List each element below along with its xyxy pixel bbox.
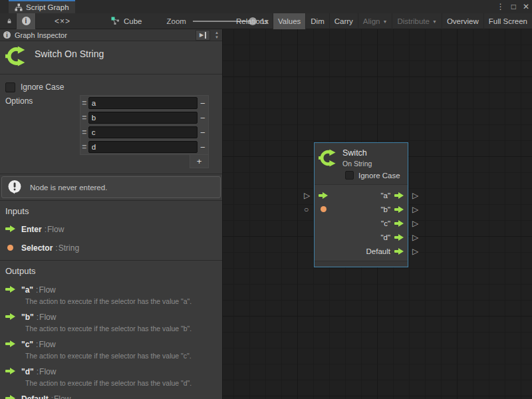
zoom-label: Zoom bbox=[167, 17, 186, 25]
output-item: "b":Flow The action to execute if the se… bbox=[5, 311, 217, 332]
node-footer bbox=[315, 261, 408, 266]
output-port-label: "c" bbox=[381, 219, 390, 227]
empty-flow-port-icon[interactable]: ▷ bbox=[412, 219, 418, 227]
option-value-input[interactable] bbox=[88, 97, 198, 109]
code-view-button[interactable]: <×> bbox=[44, 13, 81, 29]
dock-inspector-button[interactable]: ▶ bbox=[196, 30, 210, 41]
flow-port-icon bbox=[5, 368, 15, 375]
output-port-icon[interactable] bbox=[394, 192, 404, 199]
menu-icon[interactable]: ⋮ bbox=[497, 0, 505, 13]
remove-option-button[interactable]: − bbox=[198, 113, 208, 123]
output-port-icon[interactable] bbox=[394, 220, 404, 227]
graph-target-button[interactable]: Cube bbox=[106, 13, 147, 29]
empty-flow-port-icon[interactable]: ▷ bbox=[412, 247, 418, 255]
lock-button[interactable] bbox=[3, 13, 16, 29]
dim-button[interactable]: Dim bbox=[305, 13, 329, 29]
warning-text: Node is never entered. bbox=[30, 184, 107, 192]
panel-scroll-arrows: ▲ ▼ bbox=[211, 31, 222, 40]
relations-button[interactable]: Relations bbox=[231, 13, 273, 29]
string-port-icon bbox=[7, 245, 13, 251]
output-description: The action to execute if the selector ha… bbox=[25, 352, 217, 360]
output-port-icon[interactable] bbox=[394, 248, 404, 255]
maximize-icon[interactable]: □ bbox=[511, 0, 516, 13]
values-button[interactable]: Values bbox=[273, 13, 305, 29]
type-separator: : bbox=[55, 243, 57, 253]
node-ignore-case-row: Ignore Case bbox=[345, 171, 400, 180]
port-row: "d" bbox=[315, 230, 408, 244]
flow-port-icon bbox=[5, 313, 15, 321]
empty-flow-port-icon[interactable]: ▷ bbox=[412, 192, 418, 200]
output-type: Flow bbox=[54, 394, 70, 399]
empty-value-port-icon[interactable]: ○ bbox=[304, 205, 309, 213]
options-section: Ignore Case Options = − = − bbox=[0, 74, 222, 174]
add-option-button[interactable]: + bbox=[190, 155, 209, 168]
type-separator: : bbox=[37, 367, 39, 376]
title-bar: Script Graph ⋮ □ ✕ bbox=[0, 0, 532, 13]
align-label: Align bbox=[363, 17, 380, 25]
output-port-icon[interactable] bbox=[394, 206, 404, 213]
option-value-input[interactable] bbox=[88, 141, 198, 153]
tab-script-graph[interactable]: Script Graph bbox=[9, 0, 75, 13]
options-label: Options bbox=[5, 95, 80, 168]
output-name: "b" bbox=[21, 313, 34, 322]
info-icon: i bbox=[22, 17, 31, 25]
option-item: = − bbox=[80, 110, 208, 125]
ignore-case-label: Ignore Case bbox=[358, 172, 400, 180]
input-item: Enter:Flow bbox=[5, 223, 217, 235]
ignore-case-label: Ignore Case bbox=[21, 82, 64, 92]
enter-port-icon[interactable] bbox=[319, 192, 328, 199]
drag-handle-icon[interactable]: = bbox=[80, 142, 88, 152]
info-toggle-button[interactable]: i bbox=[16, 13, 36, 29]
align-button[interactable]: Align ▼ bbox=[358, 13, 392, 29]
ignore-case-checkbox[interactable] bbox=[5, 82, 15, 92]
ignore-case-checkbox[interactable] bbox=[345, 171, 354, 180]
node-header[interactable]: Switch On String Ignore Case bbox=[315, 143, 408, 185]
output-name: "d" bbox=[21, 367, 34, 376]
node-title: Switch bbox=[342, 148, 367, 158]
close-icon[interactable]: ✕ bbox=[523, 0, 529, 13]
chevron-down-icon: ▼ bbox=[432, 19, 437, 24]
option-value-input[interactable] bbox=[88, 112, 198, 124]
type-separator: : bbox=[37, 313, 39, 322]
switch-icon bbox=[319, 149, 336, 167]
distribute-button[interactable]: Distribute ▼ bbox=[392, 13, 442, 29]
port-row: "b" bbox=[315, 202, 408, 216]
drag-handle-icon[interactable]: = bbox=[80, 113, 88, 122]
carry-button[interactable]: Carry bbox=[329, 13, 358, 29]
full-screen-button[interactable]: Full Screen bbox=[483, 13, 532, 29]
type-separator: : bbox=[36, 340, 38, 349]
empty-flow-port-icon[interactable]: ▷ bbox=[412, 205, 418, 213]
remove-option-button[interactable]: − bbox=[198, 128, 208, 138]
scroll-up-icon[interactable]: ▲ bbox=[215, 31, 219, 35]
output-port-icon[interactable] bbox=[394, 234, 404, 241]
input-name: Enter bbox=[21, 225, 42, 234]
graph-target-label: Cube bbox=[124, 17, 142, 25]
output-item: "a":Flow The action to execute if the se… bbox=[5, 283, 217, 305]
option-value-input[interactable] bbox=[88, 126, 198, 138]
chevron-down-icon: ▼ bbox=[382, 19, 387, 24]
tab-label: Script Graph bbox=[26, 3, 69, 11]
overview-button[interactable]: Overview bbox=[442, 13, 483, 29]
remove-option-button[interactable]: − bbox=[198, 142, 208, 152]
flow-port-icon bbox=[5, 340, 15, 348]
empty-flow-port-icon[interactable]: ▷ bbox=[412, 233, 418, 241]
graph-target-icon bbox=[111, 17, 120, 25]
drag-handle-icon[interactable]: = bbox=[80, 128, 88, 137]
output-row: "a":Flow bbox=[5, 283, 217, 295]
inputs-title: Inputs bbox=[5, 206, 217, 216]
graph-inspector-panel: i Graph Inspector ▶ ▲ ▼ Switch On String… bbox=[0, 29, 223, 399]
empty-flow-port-icon[interactable]: ▷ bbox=[304, 192, 310, 200]
switch-on-string-node[interactable]: Switch On String Ignore Case "a" "b" bbox=[314, 142, 408, 267]
flow-port-icon bbox=[5, 395, 15, 399]
remove-option-button[interactable]: − bbox=[198, 98, 208, 108]
input-name: Selector bbox=[21, 243, 53, 253]
drag-handle-icon[interactable]: = bbox=[80, 98, 88, 108]
lock-icon bbox=[7, 17, 11, 25]
outputs-title: Outputs bbox=[5, 266, 217, 276]
warning-section: Node is never entered. bbox=[0, 174, 222, 200]
graph-canvas[interactable]: Switch On String Ignore Case "a" "b" bbox=[223, 29, 532, 399]
ignore-case-row: Ignore Case bbox=[5, 81, 222, 93]
output-item: "c":Flow The action to execute if the se… bbox=[5, 338, 217, 360]
scroll-down-icon[interactable]: ▼ bbox=[215, 35, 219, 40]
selector-port-icon[interactable] bbox=[321, 206, 327, 212]
